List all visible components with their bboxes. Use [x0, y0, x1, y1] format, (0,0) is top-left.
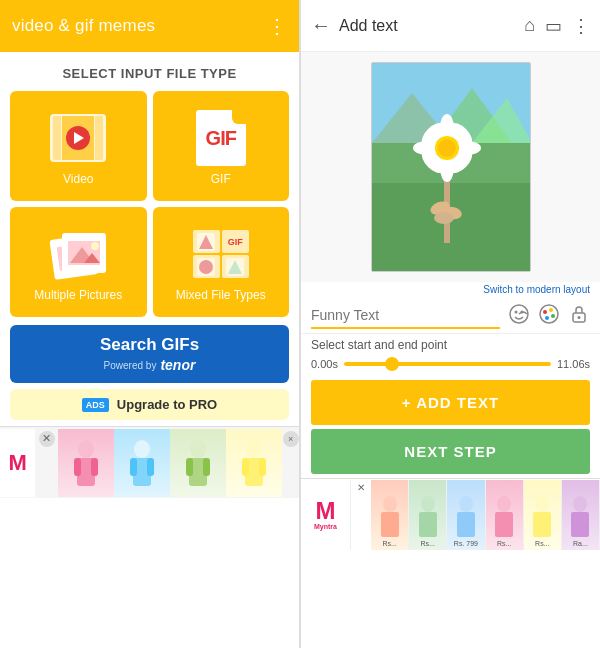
slider-thumb[interactable] — [385, 357, 399, 371]
myntra-logo-right: M Myntra — [301, 480, 351, 550]
svg-rect-35 — [372, 183, 531, 272]
sticker-icon[interactable] — [508, 303, 530, 329]
svg-point-14 — [78, 440, 94, 458]
video-icon — [48, 112, 108, 164]
search-gifs-bar[interactable]: Search GIFs Powered by tenor — [10, 325, 289, 383]
svg-rect-66 — [457, 512, 475, 537]
rad-thumb-4[interactable]: Rs... — [486, 480, 524, 550]
svg-point-57 — [551, 314, 555, 318]
tenor-row: Powered by tenor — [104, 357, 196, 373]
svg-rect-25 — [203, 458, 210, 476]
select-input-label: SELECT INPUT FILE TYPE — [0, 52, 299, 91]
svg-point-61 — [383, 496, 397, 512]
svg-point-22 — [190, 440, 206, 458]
svg-rect-29 — [259, 458, 266, 476]
svg-rect-17 — [91, 458, 98, 476]
svg-rect-24 — [186, 458, 193, 476]
right-panel: ← Add text ⌂ ▭ ⋮ — [301, 0, 600, 648]
time-start: 0.00s — [311, 358, 338, 370]
close-icon-2[interactable]: × — [283, 431, 299, 447]
upgrade-text: Upgrade to PRO — [117, 397, 217, 412]
home-icon[interactable]: ⌂ — [524, 15, 535, 36]
ad-close-left[interactable]: ✕ — [35, 429, 58, 497]
svg-point-65 — [459, 496, 473, 512]
text-input-row — [301, 299, 600, 334]
left-panel: video & gif memes ⋮ SELECT INPUT FILE TY… — [0, 0, 300, 648]
screen-container: video & gif memes ⋮ SELECT INPUT FILE TY… — [0, 0, 600, 648]
next-step-button[interactable]: NEXT STEP — [311, 429, 590, 474]
svg-point-18 — [134, 440, 150, 458]
image-preview-wrap — [301, 52, 600, 282]
svg-point-60 — [578, 316, 581, 319]
svg-point-71 — [573, 496, 587, 512]
ad-close-right[interactable]: × — [282, 429, 299, 497]
upgrade-bar[interactable]: ADS Upgrade to PRO — [10, 389, 289, 420]
page-title: Add text — [339, 17, 516, 35]
switch-modern-layout[interactable]: Switch to modern layout — [301, 282, 600, 299]
time-end: 11.06s — [557, 358, 590, 370]
funny-text-input[interactable] — [311, 303, 500, 329]
svg-point-52 — [515, 311, 518, 314]
gif-label: GIF — [211, 172, 231, 186]
rad-thumb-2[interactable]: Rs... — [409, 480, 447, 550]
close-icon[interactable]: ✕ — [39, 431, 55, 447]
svg-rect-64 — [419, 512, 437, 537]
menu-icon[interactable]: ⋮ — [572, 15, 590, 37]
right-ad-thumbs: Rs... Rs... Rs. 799 Rs... Rs... — [371, 480, 600, 550]
timeline-bar: 0.00s 11.06s — [311, 358, 590, 370]
ad-thumb-4[interactable] — [226, 429, 282, 497]
rad-price-2: Rs... — [421, 540, 435, 547]
svg-point-26 — [246, 440, 262, 458]
svg-point-50 — [438, 139, 456, 157]
rad-price-5: Rs... — [535, 540, 549, 547]
svg-point-55 — [543, 310, 547, 314]
ad-thumb-1[interactable] — [58, 429, 114, 497]
puzzle-piece-1 — [193, 230, 220, 253]
video-option[interactable]: Video — [10, 91, 147, 201]
timeline-slider-track[interactable] — [344, 362, 551, 366]
play-btn-icon — [66, 126, 90, 150]
rad-price-3: Rs. 799 — [454, 540, 478, 547]
close-ad-right[interactable]: ✕ — [351, 480, 371, 550]
rad-thumb-5[interactable]: Rs... — [524, 480, 562, 550]
mixed-file-types-option[interactable]: GIF — [153, 207, 290, 317]
ad-thumb-3[interactable] — [170, 429, 226, 497]
puzzle-piece-4 — [222, 255, 249, 278]
frame-icon[interactable]: ▭ — [545, 15, 562, 37]
header-icons: ⌂ ▭ ⋮ — [524, 15, 590, 37]
svg-point-11 — [199, 260, 213, 274]
back-button[interactable]: ← — [311, 14, 331, 37]
svg-rect-68 — [495, 512, 513, 537]
svg-point-63 — [421, 496, 435, 512]
left-menu-icon[interactable]: ⋮ — [267, 14, 287, 38]
svg-point-53 — [521, 311, 524, 314]
myntra-logo-left: M — [0, 429, 35, 497]
rad-thumb-6[interactable]: Ra... — [562, 480, 600, 550]
svg-rect-21 — [147, 458, 154, 476]
search-gifs-text: Search GIFs — [100, 335, 199, 355]
rad-thumb-3[interactable]: Rs. 799 — [447, 480, 485, 550]
timeline-section: Select start and end point 0.00s 11.06s — [301, 334, 600, 376]
puzzle-piece-3 — [193, 255, 220, 278]
gif-option[interactable]: GIF GIF — [153, 91, 290, 201]
pictures-icon — [48, 228, 108, 280]
lock-icon[interactable] — [568, 303, 590, 329]
gif-text: GIF — [206, 127, 236, 150]
svg-point-7 — [91, 242, 99, 250]
ad-thumb-2[interactable] — [114, 429, 170, 497]
multiple-pictures-option[interactable]: Multiple Pictures — [10, 207, 147, 317]
video-label: Video — [63, 172, 93, 186]
rad-price-4: Rs... — [497, 540, 511, 547]
rad-thumb-1[interactable]: Rs... — [371, 480, 409, 550]
add-text-button[interactable]: + ADD TEXT — [311, 380, 590, 425]
image-preview — [371, 62, 531, 272]
svg-rect-72 — [571, 512, 589, 537]
pic-card-front — [62, 233, 106, 273]
ads-badge: ADS — [82, 398, 109, 412]
myntra-m-right-icon: M — [316, 499, 336, 523]
mixed-file-types-label: Mixed File Types — [176, 288, 266, 302]
mixed-icon: GIF — [191, 228, 251, 280]
puzzle-piece-2: GIF — [222, 230, 249, 253]
color-palette-icon[interactable] — [538, 303, 560, 329]
svg-rect-62 — [381, 512, 399, 537]
